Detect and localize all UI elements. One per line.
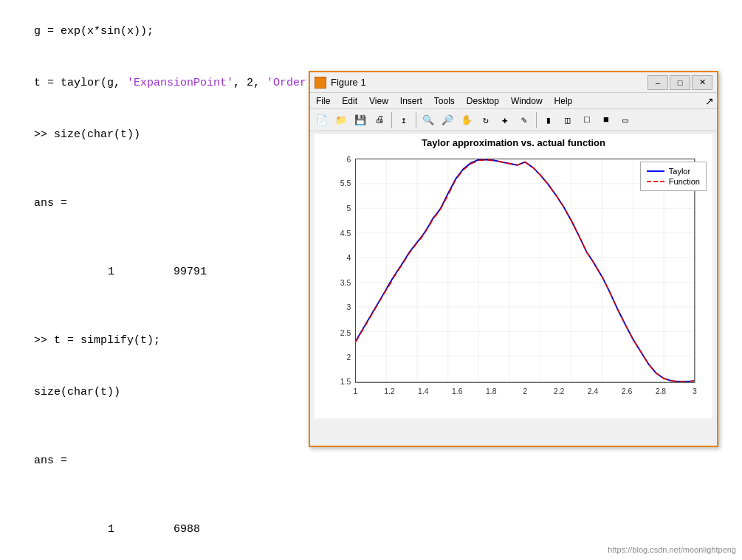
zoom-out-button[interactable]: 🔎	[439, 111, 456, 129]
maximize-button[interactable]: □	[670, 75, 690, 90]
svg-text:4.5: 4.5	[340, 229, 351, 238]
svg-text:1.8: 1.8	[486, 387, 497, 395]
code-line-blank3	[7, 297, 303, 314]
hide-plot-tools-button[interactable]: ■	[597, 111, 615, 129]
pointer-tool[interactable]: ↥	[395, 111, 413, 129]
code-line-3: >> size(char(t))	[7, 109, 303, 161]
new-file-button[interactable]: 📄	[313, 111, 331, 129]
code-line-ans1: ans =	[7, 178, 303, 229]
code-line-ans2: ans =	[7, 435, 303, 486]
figure-plot-area: Taylor approximation vs. actual function…	[315, 134, 712, 418]
legend-taylor: Taylor	[647, 167, 700, 176]
menu-help[interactable]: Help	[552, 94, 576, 108]
svg-text:1: 1	[354, 387, 358, 395]
save-button[interactable]: 💾	[351, 111, 369, 129]
code-area: g = exp(x*sin(x)); t = taylor(g, 'Expans…	[0, 0, 310, 560]
minimize-button[interactable]: –	[647, 75, 668, 90]
svg-text:2.6: 2.6	[622, 387, 633, 395]
code-line-1: g = exp(x*sin(x));	[7, 6, 303, 58]
svg-text:4: 4	[346, 254, 351, 262]
svg-text:6: 6	[346, 156, 351, 164]
code-line-sizechar: size(char(t))	[7, 366, 303, 418]
insert-legend-button[interactable]: ◫	[559, 111, 577, 129]
code-line-2: t = taylor(g, 'ExpansionPoint', 2, 'Orde…	[7, 58, 303, 109]
code-line-blank6	[7, 555, 303, 560]
figure-menubar: File Edit View Insert Tools Desktop Wind…	[310, 93, 717, 109]
svg-text:1.6: 1.6	[452, 387, 463, 395]
taylor-line-icon	[647, 170, 664, 172]
legend-function: Function	[647, 177, 700, 186]
svg-text:2.4: 2.4	[588, 387, 599, 395]
data-cursor-button[interactable]: ✚	[496, 111, 514, 129]
toolbar-sep1	[391, 112, 392, 128]
figure-icon	[315, 77, 326, 89]
undock-button[interactable]: ↗	[705, 95, 714, 107]
close-button[interactable]: ✕	[692, 75, 712, 90]
menu-tools[interactable]: Tools	[431, 94, 458, 108]
code-line-blank1	[7, 160, 303, 177]
svg-text:3: 3	[693, 387, 697, 395]
pan-button[interactable]: ✋	[458, 111, 475, 129]
toolbar-sep3	[536, 112, 537, 128]
window-controls: – □ ✕	[647, 75, 712, 90]
svg-text:5: 5	[346, 204, 351, 212]
show-plot-tools-button[interactable]: □	[578, 111, 596, 129]
svg-text:3.5: 3.5	[340, 279, 351, 287]
legend-taylor-label: Taylor	[669, 167, 690, 176]
svg-rect-0	[355, 159, 694, 382]
menu-insert[interactable]: Insert	[397, 94, 425, 108]
svg-text:2.8: 2.8	[656, 387, 667, 395]
link-button[interactable]: ▭	[616, 111, 634, 129]
code-line-simplify: >> t = simplify(t);	[7, 315, 303, 367]
plot-title: Taylor approximation vs. actual function	[315, 134, 712, 148]
code-line-blank2	[7, 229, 303, 246]
toolbar-sep2	[416, 112, 416, 128]
figure-window: Figure 1 – □ ✕ File Edit View Insert Too…	[309, 71, 718, 447]
menu-window[interactable]: Window	[508, 94, 546, 108]
svg-text:2: 2	[523, 387, 527, 395]
print-button[interactable]: 🖨	[371, 111, 388, 129]
code-line-blank4	[7, 418, 303, 435]
brush-button[interactable]: ✎	[515, 111, 533, 129]
figure-toolbar: 📄 📁 💾 🖨 ↥ 🔍 🔎 ✋ ↻ ✚ ✎ ▮ ◫ □ ■ ▭	[310, 109, 717, 131]
svg-text:2.5: 2.5	[340, 329, 351, 337]
code-line-blank5	[7, 486, 303, 503]
svg-text:1.2: 1.2	[384, 387, 395, 395]
zoom-in-button[interactable]: 🔍	[419, 111, 437, 129]
function-line-icon	[647, 181, 664, 182]
open-button[interactable]: 📁	[332, 111, 350, 129]
svg-text:2.2: 2.2	[554, 387, 565, 395]
menu-view[interactable]: View	[366, 94, 391, 108]
rotate-button[interactable]: ↻	[477, 111, 495, 129]
plot-container: Taylor Function	[315, 151, 712, 413]
svg-text:2: 2	[346, 353, 351, 362]
legend-box: Taylor Function	[640, 162, 707, 191]
figure-title: Figure 1	[331, 77, 647, 88]
figure-titlebar: Figure 1 – □ ✕	[310, 72, 717, 93]
svg-text:1.5: 1.5	[340, 378, 351, 386]
svg-text:5.5: 5.5	[340, 179, 351, 187]
svg-text:3: 3	[346, 303, 351, 311]
menu-desktop[interactable]: Desktop	[464, 94, 502, 108]
insert-colorbar-button[interactable]: ▮	[540, 111, 557, 129]
watermark: https://blog.csdn.net/moonlightpeng	[608, 545, 736, 554]
menu-file[interactable]: File	[313, 94, 333, 108]
code-line-vals1: 199791	[7, 246, 303, 298]
legend-function-label: Function	[669, 177, 700, 186]
svg-text:1.4: 1.4	[418, 387, 429, 395]
menu-edit[interactable]: Edit	[339, 94, 360, 108]
code-line-vals2: 16988	[7, 503, 303, 555]
